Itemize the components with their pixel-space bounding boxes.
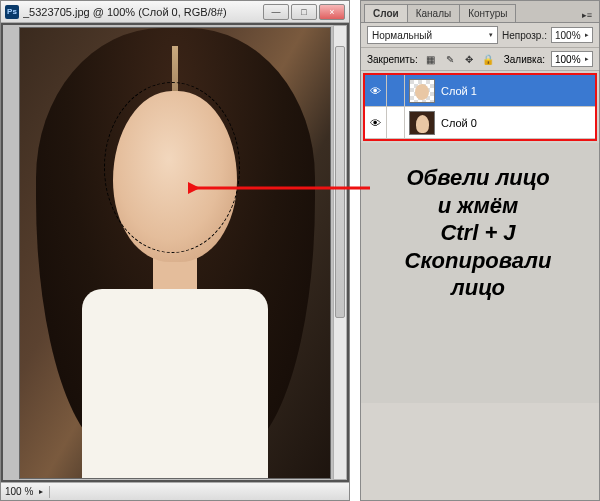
panel-menu-icon[interactable]: ▸≡ [579,8,595,22]
annotation-line: Обвели лицо [362,164,594,192]
document-window: Ps _5323705.jpg @ 100% (Слой 0, RGB/8#) … [0,0,350,501]
link-column[interactable] [387,75,405,106]
tab-layers[interactable]: Слои [364,4,408,22]
lock-pixels-icon[interactable]: ▦ [424,52,438,66]
scroll-thumb[interactable] [335,46,345,318]
fill-input[interactable]: 100% ▸ [551,51,593,67]
layers-list: 👁 Слой 1 👁 Слой 0 [363,73,597,141]
layer-row[interactable]: 👁 Слой 0 [365,107,595,139]
lock-all-icon[interactable]: 🔒 [481,52,495,66]
blend-mode-value: Нормальный [372,30,432,41]
layer-thumbnail[interactable] [409,79,435,103]
lock-label: Закрепить: [367,54,418,65]
vertical-scrollbar[interactable] [333,25,347,480]
opacity-input[interactable]: 100% ▸ [551,27,593,43]
visibility-toggle[interactable]: 👁 [365,107,387,138]
status-separator [49,486,50,498]
annotation-line: Ctrl + J [362,219,594,247]
photo-content [20,28,330,478]
tab-paths[interactable]: Контуры [459,4,516,22]
fill-label: Заливка: [504,54,545,65]
annotation-line: лицо [362,274,594,302]
layer-thumbnail[interactable] [409,111,435,135]
lock-icons: ▦ ✎ ✥ 🔒 [424,52,495,66]
canvas-area[interactable] [3,25,347,480]
link-column[interactable] [387,107,405,138]
layer-name[interactable]: Слой 1 [439,85,477,97]
annotation-text: Обвели лицо и жмём Ctrl + J Скопировали … [362,164,594,302]
opacity-value: 100% [555,30,581,41]
app-icon: Ps [5,5,19,19]
blend-opacity-row: Нормальный ▾ Непрозр.: 100% ▸ [361,23,599,48]
window-buttons: — □ × [263,4,345,20]
artboard[interactable] [20,28,330,478]
layer-row[interactable]: 👁 Слой 1 [365,75,595,107]
panel-tabs: Слои Каналы Контуры ▸≡ [361,1,599,23]
chevron-down-icon: ▾ [489,31,493,39]
tab-channels[interactable]: Каналы [407,4,461,22]
annotation-line: и жмём [362,192,594,220]
chevron-down-icon: ▸ [585,55,589,63]
maximize-button[interactable]: □ [291,4,317,20]
titlebar[interactable]: Ps _5323705.jpg @ 100% (Слой 0, RGB/8#) … [1,1,349,23]
close-button[interactable]: × [319,4,345,20]
document-title: _5323705.jpg @ 100% (Слой 0, RGB/8#) [23,6,259,18]
lock-fill-row: Закрепить: ▦ ✎ ✥ 🔒 Заливка: 100% ▸ [361,48,599,71]
blend-mode-select[interactable]: Нормальный ▾ [367,26,498,44]
lock-brush-icon[interactable]: ✎ [443,52,457,66]
annotation-line: Скопировали [362,247,594,275]
zoom-level[interactable]: 100 % [5,486,33,497]
minimize-button[interactable]: — [263,4,289,20]
opacity-label: Непрозр.: [502,30,547,41]
lock-move-icon[interactable]: ✥ [462,52,476,66]
zoom-menu-icon[interactable]: ▸ [39,487,43,496]
visibility-toggle[interactable]: 👁 [365,75,387,106]
chevron-down-icon: ▸ [585,31,589,39]
layer-name[interactable]: Слой 0 [439,117,477,129]
fill-value: 100% [555,54,581,65]
status-bar: 100 % ▸ [1,482,349,500]
